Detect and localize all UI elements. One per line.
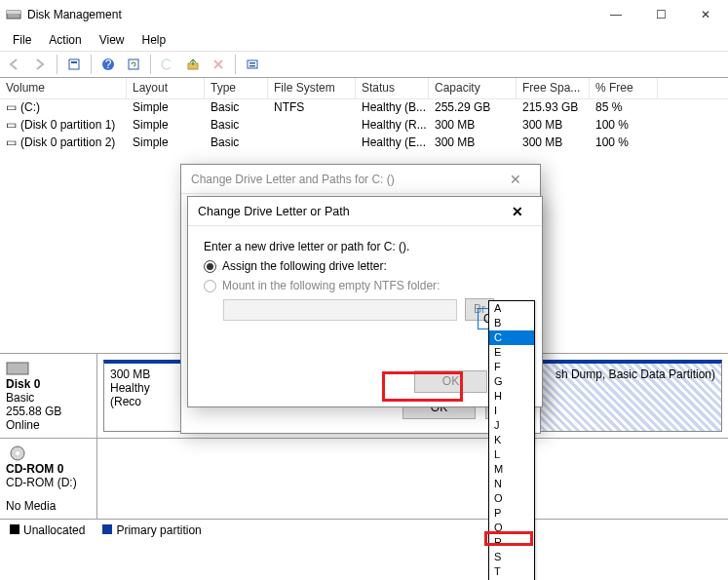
dropdown-item[interactable]: H [489, 389, 534, 404]
forward-icon [29, 54, 51, 75]
dropdown-item[interactable]: G [489, 374, 534, 389]
dropdown-item[interactable]: R [489, 535, 534, 550]
column-layout[interactable]: Layout [127, 78, 205, 98]
disk-name: Disk 0 [6, 377, 91, 391]
toolbar-export-icon[interactable] [182, 54, 204, 75]
toolbar-properties-icon[interactable] [242, 54, 263, 75]
column-capacity[interactable]: Capacity [429, 78, 517, 98]
dropdown-item[interactable]: M [489, 462, 534, 477]
volume-header: Volume Layout Type File System Status Ca… [0, 78, 728, 99]
column-type[interactable]: Type [205, 78, 268, 98]
cdrom-state: No Media [6, 499, 91, 513]
menu-help[interactable]: Help [134, 31, 175, 49]
partition[interactable]: 300 MB Healthy (Reco [103, 360, 191, 432]
cdrom-row: CD-ROM 0 CD-ROM (D:) No Media [0, 438, 728, 519]
svg-rect-2 [69, 59, 79, 69]
disk-state: Online [6, 418, 91, 432]
svg-rect-8 [248, 60, 257, 68]
titlebar: Disk Management — ☐ ✕ [0, 0, 728, 29]
close-icon[interactable]: ✕ [503, 204, 532, 219]
dropdown-item[interactable]: O [489, 491, 534, 506]
toolbar-delete-icon [208, 54, 229, 75]
dropdown-item[interactable]: T [489, 564, 534, 579]
volume-list: ▭(C:) Simple Basic NTFS Healthy (B... 25… [0, 99, 728, 154]
back-icon [4, 54, 25, 75]
menubar: File Action View Help [0, 29, 728, 51]
legend-primary: Primary partition [102, 523, 201, 537]
dropdown-item[interactable]: B [489, 316, 534, 330]
volume-row[interactable]: ▭(C:) Simple Basic NTFS Healthy (B... 25… [0, 99, 728, 117]
column-pctfree[interactable]: % Free [590, 78, 658, 98]
dialog-change-letter-title: Change Drive Letter or Path [198, 205, 350, 218]
menu-view[interactable]: View [91, 31, 134, 49]
toolbar: ? [0, 51, 728, 78]
disk-size: 255.88 GB [6, 405, 91, 418]
svg-rect-10 [249, 65, 255, 67]
dropdown-item[interactable]: C [489, 330, 534, 345]
disk-management-icon [6, 7, 21, 22]
svg-rect-1 [7, 11, 20, 14]
window-title: Disk Management [27, 8, 594, 21]
drive-icon: ▭ [6, 100, 18, 114]
dropdown-item[interactable]: S [489, 550, 534, 564]
svg-point-13 [16, 451, 19, 455]
column-freespace[interactable]: Free Spa... [517, 78, 590, 98]
toolbar-undo-icon [157, 54, 178, 75]
dropdown-item[interactable]: F [489, 360, 534, 374]
svg-text:?: ? [105, 58, 112, 71]
dialog-change-ok[interactable]: OK [414, 370, 487, 393]
cdrom-icon [6, 445, 29, 462]
drive-icon: ▭ [6, 135, 18, 149]
dropdown-item[interactable]: L [489, 447, 534, 462]
disk-type: Basic [6, 391, 91, 405]
close-button[interactable]: ✕ [683, 0, 728, 29]
cdrom-name: CD-ROM 0 [6, 462, 91, 476]
toolbar-help-icon[interactable]: ? [97, 54, 119, 75]
cdrom-info[interactable]: CD-ROM 0 CD-ROM (D:) No Media [0, 439, 97, 519]
column-status[interactable]: Status [356, 78, 429, 98]
svg-rect-6 [129, 59, 138, 69]
legend-unallocated: Unallocated [10, 523, 85, 537]
dropdown-item[interactable]: I [489, 404, 534, 418]
volume-row[interactable]: ▭(Disk 0 partition 1) Simple Basic Healt… [0, 117, 728, 135]
mount-path-input [223, 299, 457, 321]
disk-info[interactable]: Disk 0 Basic 255.88 GB Online [0, 354, 97, 438]
radio-assign-label: Assign the following drive letter: [222, 259, 387, 273]
minimize-button[interactable]: — [594, 0, 638, 29]
dropdown-item[interactable]: J [489, 418, 534, 433]
column-filesystem[interactable]: File System [268, 78, 356, 98]
maximize-button[interactable]: ☐ [638, 0, 683, 29]
svg-rect-3 [71, 61, 77, 63]
radio-assign[interactable]: Assign the following drive letter: [204, 259, 526, 273]
dropdown-item[interactable]: E [489, 345, 534, 360]
cdrom-label: CD-ROM (D:) [6, 476, 91, 489]
dropdown-item[interactable]: A [489, 301, 534, 316]
close-icon[interactable]: ✕ [501, 172, 530, 187]
dropdown-item[interactable]: K [489, 433, 534, 447]
dialog-prompt: Enter a new drive letter or path for C: … [204, 240, 526, 253]
dropdown-item[interactable]: P [489, 506, 534, 521]
disk-icon [6, 360, 29, 377]
dropdown-item[interactable]: N [489, 477, 534, 491]
toolbar-settings-icon[interactable] [63, 54, 85, 75]
drive-icon: ▭ [6, 118, 18, 132]
column-volume[interactable]: Volume [0, 78, 127, 98]
toolbar-refresh-icon[interactable] [123, 54, 144, 75]
menu-file[interactable]: File [4, 31, 40, 49]
volume-row[interactable]: ▭(Disk 0 partition 2) Simple Basic Healt… [0, 135, 728, 152]
drive-letter-dropdown[interactable]: A B C E F G H I J K L M N O P Q R S T U … [488, 300, 535, 580]
radio-mount-label: Mount in the following empty NTFS folder… [222, 279, 440, 292]
dialog-paths-title: Change Drive Letter and Paths for C: () [191, 173, 395, 186]
svg-rect-11 [7, 363, 28, 374]
radio-mount[interactable]: Mount in the following empty NTFS folder… [204, 279, 526, 292]
dropdown-item[interactable]: Q [489, 521, 534, 535]
legend: Unallocated Primary partition [0, 519, 728, 540]
svg-rect-9 [249, 62, 255, 64]
menu-action[interactable]: Action [40, 31, 90, 49]
